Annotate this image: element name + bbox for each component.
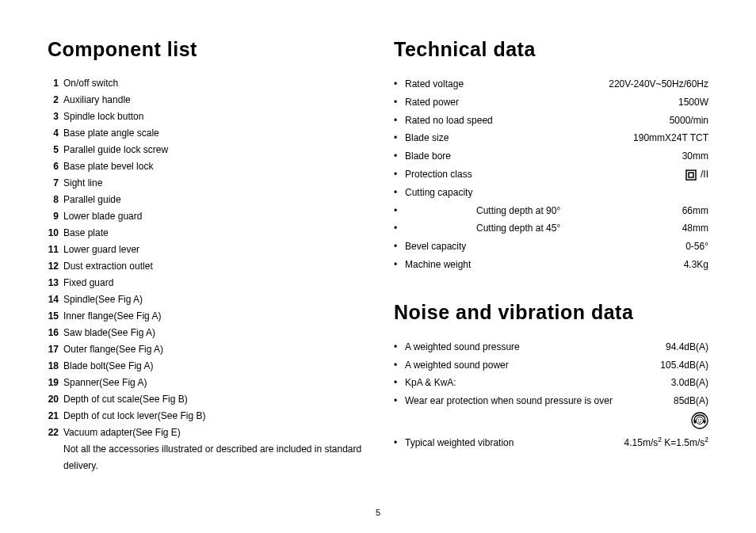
spec-key: Machine weight [405, 256, 471, 274]
component-item: 12Dust extraction outlet [48, 258, 362, 275]
bullet-icon: • [394, 434, 405, 452]
bullet-icon: • [394, 219, 405, 238]
component-label: Sight line [63, 175, 362, 192]
spec-key: Wear ear protection when sound pressure … [405, 392, 613, 410]
component-list: 1On/off switch2Auxiliary handle3Spindle … [48, 75, 362, 441]
component-number: 1 [48, 75, 63, 92]
component-label: Saw blade(See Fig A) [63, 325, 362, 341]
svg-rect-0 [686, 170, 696, 180]
component-label: Lower blade guard [63, 208, 362, 225]
spec-value: 220V-240V~50Hz/60Hz [609, 75, 708, 93]
component-number: 22 [48, 424, 63, 441]
spec-key: Bevel capacity [405, 238, 466, 256]
component-item: 13Fixed guard [48, 275, 362, 291]
component-item: 8Parallel guide [48, 192, 362, 208]
bullet-icon: • [394, 338, 405, 356]
spec-key: Rated no load speed [405, 112, 493, 130]
component-number: 13 [48, 275, 63, 291]
component-label: Spindle lock button [63, 109, 362, 125]
spec-row: •Cutting capacity [394, 184, 708, 202]
component-item: 11Lower guard lever [48, 242, 362, 258]
bullet-icon: • [394, 93, 405, 112]
spec-key: A weighted sound pressure [405, 338, 520, 356]
spec-value: 5000/min [670, 112, 708, 130]
bullet-icon: • [394, 356, 405, 375]
component-item: 21Depth of cut lock lever(See Fig B) [48, 408, 362, 424]
spec-value: 85dB(A) [674, 392, 708, 410]
spec-row: •Bevel capacity0-56° [394, 238, 708, 256]
spec-key: Typical weighted vibration [405, 434, 514, 452]
component-item: 1On/off switch [48, 75, 362, 92]
svg-point-3 [697, 417, 704, 424]
component-item: 3Spindle lock button [48, 109, 362, 125]
component-item: 16Saw blade(See Fig A) [48, 325, 362, 341]
spec-key: Blade bore [405, 147, 451, 166]
spec-value: 66mm [682, 202, 708, 220]
spec-value: 0-56° [685, 238, 708, 256]
svg-point-5 [701, 419, 701, 420]
spec-key: Cutting depth at 45° [405, 219, 560, 238]
component-number: 16 [48, 325, 63, 341]
spec-value: 4.3Kg [684, 256, 708, 274]
ear-protection-row [394, 412, 708, 429]
spec-row: •Wear ear protection when sound pressure… [394, 392, 708, 410]
component-number: 11 [48, 242, 63, 258]
component-number: 7 [48, 175, 63, 192]
component-item: 9Lower blade guard [48, 208, 362, 225]
component-label: Depth of cut lock lever(See Fig B) [63, 408, 362, 424]
bullet-icon: • [394, 112, 405, 130]
component-label: Parallel guide [63, 192, 362, 208]
spec-row: •Blade bore30mm [394, 147, 708, 166]
noise-vibration-list: •A weighted sound pressure94.4dB(A)•A we… [394, 338, 708, 452]
bullet-icon: • [394, 202, 405, 220]
spec-key: Cutting capacity [405, 184, 472, 202]
svg-rect-1 [689, 173, 693, 177]
spec-key: Blade size [405, 129, 449, 147]
right-column: Technical data •Rated voltage220V-240V~5… [394, 38, 708, 474]
component-number: 18 [48, 358, 63, 375]
component-number: 8 [48, 192, 63, 208]
component-item: 20Depth of cut scale(See Fig B) [48, 391, 362, 408]
component-number: 20 [48, 391, 63, 408]
spec-row: •A weighted sound pressure94.4dB(A) [394, 338, 708, 356]
noise-vibration-heading: Noise and vibration data [394, 301, 708, 324]
spec-row: •Protection class /II [394, 166, 708, 184]
component-number: 5 [48, 142, 63, 158]
component-label: Vacuum adapter(See Fig E) [63, 424, 362, 441]
component-number: 17 [48, 341, 63, 358]
bullet-icon: • [394, 256, 405, 274]
component-item: 4Base plate angle scale [48, 125, 362, 142]
component-number: 9 [48, 208, 63, 225]
spec-key: Cutting depth at 90° [405, 202, 560, 220]
svg-point-4 [698, 419, 699, 420]
spec-row: •Machine weight4.3Kg [394, 256, 708, 274]
component-item: 10Base plate [48, 225, 362, 242]
spec-value: 190mmX24T TCT [633, 129, 708, 147]
component-label: Spindle(See Fig A) [63, 291, 362, 308]
component-item: 7Sight line [48, 175, 362, 192]
component-label: Auxiliary handle [63, 92, 362, 109]
page-columns: Component list 1On/off switch2Auxiliary … [48, 38, 708, 474]
component-number: 21 [48, 408, 63, 424]
component-item: 5Parallel guide lock screw [48, 142, 362, 158]
page-number: 5 [0, 508, 756, 517]
component-item: 15Inner flange(See Fig A) [48, 308, 362, 325]
component-number: 15 [48, 308, 63, 325]
component-item: 19Spanner(See Fig A) [48, 375, 362, 391]
component-label: Blade bolt(See Fig A) [63, 358, 362, 375]
bullet-icon: • [394, 129, 405, 147]
bullet-icon: • [394, 147, 405, 166]
component-label: Dust extraction outlet [63, 258, 362, 275]
component-list-heading: Component list [48, 38, 362, 61]
component-number: 4 [48, 125, 63, 142]
bullet-icon: • [394, 75, 405, 93]
component-label: Fixed guard [63, 275, 362, 291]
spec-key: KpA & KwA: [405, 374, 456, 392]
spec-value: 48mm [682, 219, 708, 238]
spec-row: •Typical weighted vibration4.15m/s2 K=1.… [394, 434, 708, 452]
component-label: Base plate angle scale [63, 125, 362, 142]
spec-value: /II [685, 166, 708, 184]
component-label: Inner flange(See Fig A) [63, 308, 362, 325]
spec-row: •KpA & KwA:3.0dB(A) [394, 374, 708, 392]
spec-key: A weighted sound power [405, 356, 509, 375]
